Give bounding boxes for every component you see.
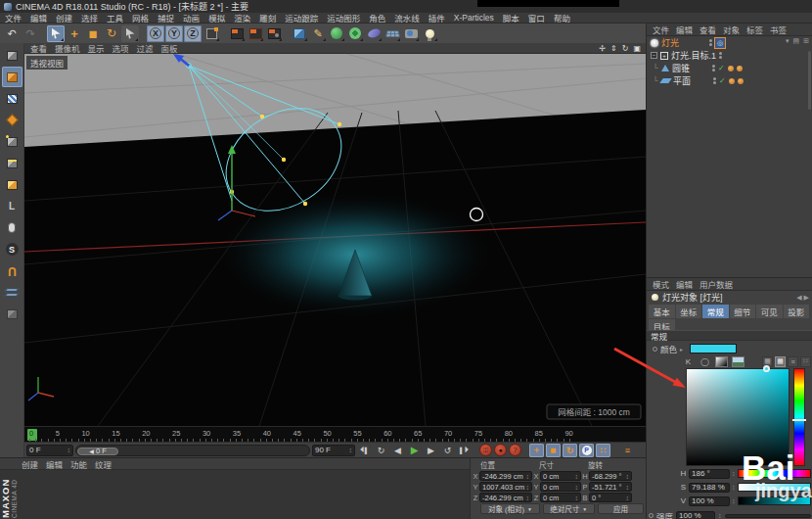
move-tool[interactable]: +: [66, 25, 83, 42]
menu-item[interactable]: 编辑: [30, 13, 47, 24]
menu-item[interactable]: 动画: [183, 13, 200, 24]
am-menu-item[interactable]: 模式: [653, 278, 669, 290]
apply-button[interactable]: 应用: [598, 503, 644, 514]
texture-tag-icon[interactable]: [738, 78, 744, 84]
value-gradient-slider[interactable]: [738, 496, 812, 505]
autokey-button[interactable]: ●: [494, 444, 507, 456]
image-mode-icon[interactable]: [732, 356, 744, 367]
view-label[interactable]: 透视视图: [26, 56, 68, 70]
menu-item[interactable]: 文件: [5, 13, 22, 24]
tab-visibility[interactable]: 可见: [756, 305, 783, 318]
goto-end-button[interactable]: ▌⏵: [457, 444, 472, 457]
object-label[interactable]: 圆锥: [672, 62, 709, 74]
render-settings-button[interactable]: [265, 25, 283, 42]
am-menu-item[interactable]: 编辑: [676, 278, 693, 290]
record-position-toggle[interactable]: +: [529, 444, 544, 457]
workplane-lock-button[interactable]: [2, 304, 23, 324]
next-frame-button[interactable]: ▶: [424, 444, 438, 457]
rot-b-field[interactable]: 0 °↕: [589, 493, 632, 502]
menu-item[interactable]: 捕捉: [158, 13, 174, 24]
light-button[interactable]: [421, 25, 438, 42]
color-wheel-icon[interactable]: ◯: [699, 356, 711, 367]
phong-tag-icon[interactable]: [728, 66, 734, 71]
visibility-dots[interactable]: [719, 52, 722, 59]
size-x-field[interactable]: 0 cm↕: [540, 471, 581, 481]
saturation-gradient-slider[interactable]: [738, 483, 812, 492]
material-menu-item[interactable]: 功能: [70, 458, 87, 470]
next-key-button[interactable]: ↺: [440, 444, 455, 457]
keyframe-selection-button[interactable]: ≡: [620, 444, 635, 457]
menu-item[interactable]: 插件: [429, 13, 445, 24]
material-menu-item[interactable]: 纹理: [95, 458, 112, 470]
s-spinner[interactable]: ↕: [732, 484, 736, 491]
texture-mode-button[interactable]: [2, 88, 23, 109]
viewport-menu-item[interactable]: 选项: [113, 42, 129, 54]
am-menu-item[interactable]: 用户数据: [699, 278, 733, 290]
keyframe-dot-icon[interactable]: [653, 347, 657, 352]
undo-button[interactable]: ↶: [3, 25, 21, 42]
om-search-icon[interactable]: ⊞: [803, 37, 809, 45]
menu-item[interactable]: 模拟: [208, 13, 225, 24]
axis-x-lock[interactable]: X: [147, 25, 164, 42]
viewport-solo-button[interactable]: [2, 217, 23, 238]
color-swatch[interactable]: [690, 344, 737, 354]
deformer-button[interactable]: [346, 25, 364, 42]
viewport[interactable]: 查看摄像机显示选项过滤面板 ✢ ⇕ ↻ ▣ 透视视图: [24, 43, 646, 426]
coordinate-system-toggle[interactable]: [203, 25, 220, 42]
intensity-slider[interactable]: [725, 514, 811, 518]
pos-y-field[interactable]: 1007.403 cm↕: [479, 482, 532, 492]
om-menu-item[interactable]: 编辑: [676, 24, 693, 35]
spectrum-mode-icon[interactable]: [715, 356, 728, 367]
tab-shadow[interactable]: 投影: [784, 305, 810, 318]
om-menu-item[interactable]: 标签: [746, 24, 763, 35]
enabled-check-icon[interactable]: ✓: [719, 76, 726, 85]
viewport-menu-item[interactable]: 摄像机: [55, 42, 80, 54]
frame-slider[interactable]: ◀0 F: [75, 445, 310, 456]
end-frame-field[interactable]: 90 F↕: [312, 445, 355, 456]
timeline-ruler[interactable]: 051015202530354045505560657075808590: [24, 426, 646, 442]
object-label[interactable]: 灯光.目标.1: [671, 49, 716, 62]
live-selection-tool[interactable]: [47, 25, 65, 42]
last-used-tool[interactable]: [121, 25, 139, 42]
record-scale-toggle[interactable]: ◼: [546, 444, 561, 457]
hue-gradient-slider[interactable]: [738, 469, 812, 478]
object-label[interactable]: 平面: [673, 74, 710, 87]
size-z-field[interactable]: 0 cm↕: [540, 493, 581, 502]
menu-item[interactable]: 运动跟踪: [285, 13, 318, 24]
hex-toggle-button[interactable]: ≡: [788, 356, 798, 367]
s-value-field[interactable]: 79.188 %: [689, 483, 730, 493]
environment-button[interactable]: [365, 25, 383, 42]
axis-y-lock[interactable]: Y: [165, 25, 183, 42]
floor-button[interactable]: [383, 25, 401, 42]
saturation-value-square[interactable]: [686, 368, 789, 466]
spline-pen-button[interactable]: ✎: [309, 25, 327, 42]
pan-view-icon[interactable]: ✢: [599, 44, 606, 53]
scale-tool[interactable]: ◼: [84, 25, 102, 42]
visibility-dots[interactable]: [712, 65, 715, 71]
kelvin-mode-icon[interactable]: K: [682, 356, 695, 367]
history-forward-icon[interactable]: ▶: [804, 294, 809, 301]
collapse-icon[interactable]: −: [651, 52, 657, 59]
tab-general[interactable]: 常规: [702, 305, 729, 318]
make-editable-button[interactable]: [2, 45, 23, 66]
menu-item[interactable]: 角色: [369, 13, 385, 24]
redo-button[interactable]: ↷: [22, 25, 39, 42]
hue-marker[interactable]: [792, 419, 806, 421]
menu-item[interactable]: 渲染: [234, 13, 250, 24]
om-menu-item[interactable]: 文件: [653, 24, 669, 35]
play-button[interactable]: ▶: [407, 444, 422, 457]
object-row-light-target[interactable]: − + 灯光.目标.1: [647, 49, 812, 62]
previous-frame-button[interactable]: ◀: [390, 444, 405, 457]
history-back-icon[interactable]: ◀: [796, 294, 801, 301]
subdivision-surface-button[interactable]: [328, 25, 345, 42]
v-value-field[interactable]: 100 %: [689, 496, 730, 506]
render-view-button[interactable]: [228, 25, 246, 42]
menu-item[interactable]: 网格: [132, 13, 149, 24]
polygons-mode-button[interactable]: [2, 174, 23, 195]
record-pla-toggle[interactable]: ∷: [596, 444, 610, 457]
coord-size-dropdown[interactable]: 绝对尺寸▼: [543, 503, 595, 514]
menu-item[interactable]: 创建: [56, 13, 72, 24]
visibility-dots[interactable]: [709, 39, 712, 46]
texture-tag-icon[interactable]: [737, 66, 743, 71]
viewport-menu-item[interactable]: 过滤: [137, 42, 154, 54]
